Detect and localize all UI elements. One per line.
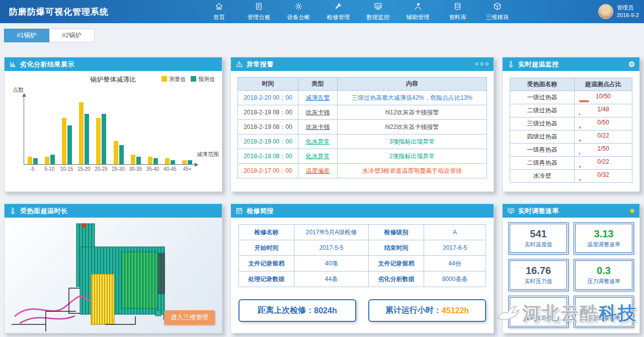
surface-name: 二级过热器 <box>510 104 575 117</box>
nav-item-gear[interactable]: 设备台帐 <box>279 0 318 23</box>
overtemp-row: 三级过热器0/50 <box>510 117 632 130</box>
predicted-bar <box>136 157 141 164</box>
ledger-icon <box>255 2 263 13</box>
measured-bar <box>131 155 135 164</box>
overtemp-row: 一级过热器10/50 <box>510 91 632 104</box>
alarm-time: 2018-2-20 00：00 <box>238 91 298 105</box>
nav-item-cube[interactable]: 三维模块 <box>477 0 517 23</box>
overtemp-ratio-cell: 0/22 <box>575 157 632 170</box>
alarm-row: 2018-2-19 08：00吹灰卡顿hl12吹灰器卡顿报警 <box>238 105 487 120</box>
surface-name: 水冷壁 <box>510 170 575 183</box>
panel-maintenance-briefing: 检修简报 检修名称2017年5月A级检修检修级别A开始时间2017-5-5结束时… <box>230 204 494 333</box>
field-label: 处理记录数据 <box>239 272 294 287</box>
since-last-maintenance-button[interactable]: 距离上次检修：8024h <box>238 299 356 322</box>
field-value: 44条 <box>294 272 369 287</box>
bar-group <box>179 160 196 164</box>
panel-header: 劣化分析结果展示 <box>5 57 222 71</box>
measured-bar <box>182 160 187 164</box>
ratio-bar <box>579 126 628 128</box>
measured-bar <box>114 141 118 164</box>
tab-boiler-1[interactable]: #1锅炉 <box>4 29 49 42</box>
bar-chart-icon <box>9 60 17 68</box>
overtemp-ratio-cell: 0/22 <box>575 130 632 144</box>
panel-title: 实时超温监控 <box>518 60 559 69</box>
column-header: 受热面名称 <box>510 78 575 91</box>
panel-realtime-adjust-rate: 实时调整速率 541实时温度值3.13温度调整速率16.76实时压力值0.3压力… <box>502 204 640 333</box>
nav-label: 数据监控 <box>367 14 390 21</box>
alarm-type-link[interactable]: 吹灰卡顿 <box>298 105 338 120</box>
nav-item-data-monitor[interactable]: 数据监控 <box>358 0 398 23</box>
header-dots-menu[interactable] <box>475 62 489 65</box>
nav-label: 设备台帐 <box>287 14 310 21</box>
x-tick-label: 40-45 <box>162 166 179 172</box>
alarm-type-link[interactable]: 化水异常 <box>298 134 338 149</box>
overtemp-ratio-cell: 0/50 <box>575 117 632 130</box>
nav-item-home[interactable]: 首页 <box>199 0 239 23</box>
bar-group <box>24 157 41 164</box>
overtemp-ratio-cell: 0/32 <box>575 170 632 183</box>
gear-icon <box>294 2 303 13</box>
enter-3d-button[interactable]: 进入三维管理 <box>164 310 215 325</box>
panel-header: 异常报警 <box>231 57 494 71</box>
field-label: 劣化分析数据 <box>369 272 424 287</box>
nav-item-ledger[interactable]: 管理台账 <box>239 0 279 23</box>
measured-bar <box>28 157 32 164</box>
total-running-hours-value: 45122h <box>442 306 469 315</box>
maintenance-table: 检修名称2017年5月A级检修检修级别A开始时间2017-5-5结束时间2017… <box>238 224 486 287</box>
maintenance-row: 文件记录留档40项文件记录留档44份 <box>239 256 486 272</box>
stat-value: 16.76 <box>526 265 551 277</box>
nav-item-database[interactable]: 资料库 <box>438 0 477 23</box>
ratio-value: 0/50 <box>579 119 628 126</box>
y-axis-label: 点数 <box>13 86 216 94</box>
tools-icon <box>414 2 422 13</box>
stat-value: 0.3 <box>597 265 611 277</box>
ratio-value: 0/22 <box>579 132 628 139</box>
column-header: 内容 <box>338 78 487 91</box>
nav-item-wrench[interactable]: 检修管理 <box>318 0 358 23</box>
alarm-type-link[interactable]: 吹灰卡顿 <box>298 120 338 134</box>
tab-boiler-2[interactable]: #2锅炉 <box>49 29 95 42</box>
predicted-bar <box>85 114 89 164</box>
alarm-table-header: 时间类型内容 <box>238 78 487 91</box>
overtemp-ratio-cell: 10/50 <box>575 91 632 104</box>
alarm-type-link[interactable]: 温度偏差 <box>298 164 338 178</box>
stats-grid: 541实时温度值3.13温度调整速率16.76实时压力值0.3压力调整速率实时负… <box>503 218 639 332</box>
stat-label: 负荷调整速率 <box>587 314 620 322</box>
x-tick-label: -5 <box>24 166 41 172</box>
total-running-hours-button[interactable]: 累计运行小时：45122h <box>368 299 486 322</box>
stat-value: 541 <box>530 228 546 240</box>
ratio-value: 0/22 <box>579 159 628 165</box>
alarm-type-link[interactable]: 减薄告警 <box>298 91 338 105</box>
nav-label: 管理台账 <box>248 14 271 21</box>
stat-label: 实时温度值 <box>525 241 552 248</box>
ratio-value: 0/32 <box>579 172 628 178</box>
field-label: 检修名称 <box>239 225 294 240</box>
avatar[interactable] <box>598 4 613 19</box>
thermometer-icon <box>507 60 515 68</box>
chart-legend: 测量值预测值 <box>162 76 215 83</box>
ratio-bar <box>579 179 628 181</box>
alarm-row: 2018-2-19 00：00化水异常3项指标出现异常 <box>238 134 487 149</box>
overtemp-row: 水冷壁0/32 <box>510 170 632 183</box>
status-indicator <box>630 209 634 213</box>
stat-label: 实时压力值 <box>525 278 552 285</box>
user-box[interactable]: 管理员 2016-9-2 <box>598 0 639 23</box>
alarm-type-link[interactable]: 化水异常 <box>298 149 338 164</box>
user-name: 管理员 <box>617 4 639 12</box>
ratio-bar <box>579 153 628 155</box>
field-value: 2017年5月A级检修 <box>294 225 369 240</box>
alarm-row: 2018-2-20 00：00减薄告警三级过热器最大减薄值42%，危险点占比13… <box>238 91 487 105</box>
bar-group <box>93 114 110 164</box>
nav-item-tools[interactable]: 辅助管理 <box>398 0 438 23</box>
nav-label: 首页 <box>213 14 225 21</box>
measured-bar <box>96 118 101 164</box>
stat-label: 温度调整速率 <box>587 241 620 248</box>
x-tick-label: 35-40 <box>144 166 161 172</box>
stat-box: 3.13温度调整速率 <box>574 222 634 254</box>
alarm-time: 2018-2-17 00：00 <box>238 164 298 178</box>
boiler-3d-visualization[interactable]: 进入三维管理 <box>5 218 222 333</box>
maintenance-row: 开始时间2017-5-5结束时间2017-6-5 <box>239 240 486 256</box>
stat-label: 实时负荷值 <box>525 314 552 322</box>
overtemp-row: 一级再热器1/50 <box>510 144 632 157</box>
field-value: 2017-6-5 <box>424 240 486 256</box>
